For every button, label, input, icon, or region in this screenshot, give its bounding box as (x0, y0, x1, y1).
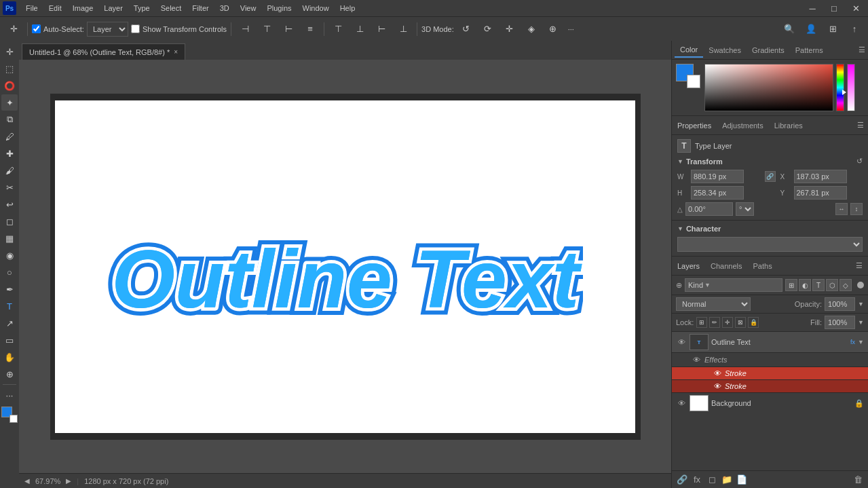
stroke1-visibility[interactable]: 👁 (713, 369, 722, 378)
threed-roll-btn[interactable]: ⟳ (478, 20, 497, 39)
align-center-btn[interactable]: ⊤ (257, 20, 276, 39)
opacity-arrow[interactable]: ▼ (858, 301, 864, 307)
menu-plugins[interactable]: Plugins (261, 3, 297, 14)
character-section-header[interactable]: ▼ Character (677, 225, 863, 233)
x-input[interactable] (794, 170, 847, 183)
healing-tool[interactable]: ✚ (1, 145, 18, 162)
threed-rotate-btn[interactable]: ↺ (457, 20, 476, 39)
hue-slider[interactable] (836, 64, 844, 111)
color-gradient-canvas[interactable] (704, 64, 833, 111)
history-tool[interactable]: ↩ (1, 196, 18, 212)
brush-tool[interactable]: 🖌 (1, 162, 18, 179)
align-h-btn[interactable]: ≡ (301, 20, 320, 39)
new-layer-btn[interactable]: 📄 (736, 474, 748, 486)
prev-arrow[interactable]: ◀ (24, 477, 30, 485)
more-btn[interactable]: ··· (568, 25, 574, 33)
menu-filter[interactable]: Filter (187, 3, 214, 14)
magic-wand-tool[interactable]: ✦ (1, 94, 18, 111)
ps-logo[interactable]: Ps (3, 1, 16, 15)
menu-layer[interactable]: Layer (98, 3, 128, 14)
filter-pixel-btn[interactable]: ⊞ (785, 279, 797, 291)
tab-adjustments[interactable]: Adjustments (717, 119, 769, 132)
search-btn[interactable]: 🔍 (780, 20, 799, 39)
tab-channels[interactable]: Channels (705, 259, 747, 273)
stroke2-visibility[interactable]: 👁 (713, 381, 722, 391)
hand-tool[interactable]: ✋ (1, 349, 18, 365)
tab-close-btn[interactable]: × (174, 48, 178, 56)
filter-smart-btn[interactable]: ◇ (839, 279, 852, 291)
add-link-btn[interactable]: 🔗 (676, 474, 688, 486)
character-dropdown[interactable] (677, 237, 863, 252)
minimize-btn[interactable]: ─ (803, 0, 822, 18)
filter-adjustment-btn[interactable]: ◐ (799, 279, 811, 291)
add-style-btn[interactable]: fx (691, 474, 703, 486)
account-btn[interactable]: 👤 (801, 20, 820, 39)
filter-shape-btn[interactable]: ⬡ (826, 279, 838, 291)
transform-section-header[interactable]: ▼ Transform ↺ (677, 157, 863, 166)
menu-view[interactable]: View (235, 3, 262, 14)
path-tool[interactable]: ↗ (1, 315, 18, 331)
angle-unit-select[interactable]: ° (736, 202, 754, 216)
transform-reset-btn[interactable]: ↺ (856, 157, 863, 166)
dist-bot-btn[interactable]: ⊢ (372, 20, 391, 39)
share-btn[interactable]: ↑ (845, 20, 864, 39)
height-input[interactable] (691, 186, 744, 200)
tab-paths[interactable]: Paths (748, 259, 778, 273)
lock-position-btn[interactable]: ✛ (722, 317, 733, 328)
tab-layers[interactable]: Layers (672, 259, 705, 273)
pen-tool[interactable]: ✒ (1, 281, 18, 297)
menu-edit[interactable]: Edit (43, 3, 67, 14)
filter-kind-select[interactable]: Kind ▼ (685, 278, 782, 292)
flip-v-btn[interactable]: ↕ (850, 203, 863, 215)
lock-pixels-btn[interactable]: ⊞ (696, 317, 707, 328)
gradient-tool[interactable]: ▦ (1, 230, 18, 246)
threed-scale-btn[interactable]: ⊕ (544, 20, 563, 39)
opacity-input[interactable] (825, 297, 855, 311)
eyedropper-tool[interactable]: 🖊 (1, 128, 18, 145)
close-btn[interactable]: ✕ (846, 0, 865, 18)
tab-libraries[interactable]: Libraries (769, 119, 808, 132)
dist-mid-btn[interactable]: ⊥ (350, 20, 369, 39)
next-arrow[interactable]: ▶ (66, 477, 71, 485)
outline-text-layer[interactable]: 👁 T Outline Text fx ▼ (672, 332, 868, 353)
tab-patterns[interactable]: Patterns (790, 43, 829, 57)
lock-all-btn[interactable]: 🔒 (748, 317, 759, 328)
menu-file[interactable]: File (20, 3, 43, 14)
tab-swatches[interactable]: Swatches (703, 43, 747, 57)
properties-menu-btn[interactable]: ☰ (857, 121, 868, 130)
auto-select-dropdown[interactable]: Layer Group (87, 22, 128, 37)
new-group-btn[interactable]: 📁 (721, 474, 733, 486)
dist-top-btn[interactable]: ⊤ (328, 20, 347, 39)
delete-layer-btn[interactable]: 🗑 (852, 474, 864, 486)
more-tools-btn[interactable]: ··· (1, 387, 18, 403)
crop-tool[interactable]: ⧉ (1, 111, 18, 128)
background-color[interactable] (10, 415, 18, 423)
menu-type[interactable]: Type (128, 3, 155, 14)
type-tool[interactable]: T (1, 298, 18, 314)
menu-window[interactable]: Window (297, 3, 335, 14)
menu-3d[interactable]: 3D (214, 3, 235, 14)
dodge-tool[interactable]: ○ (1, 264, 18, 280)
dist-h-btn[interactable]: ⊥ (394, 20, 413, 39)
fill-input[interactable] (825, 316, 855, 329)
add-mask-btn[interactable]: ◻ (706, 474, 718, 486)
bg-visibility-btn[interactable]: 👁 (676, 398, 687, 409)
tab-gradients[interactable]: Gradients (747, 43, 790, 57)
marquee-tool[interactable]: ⬚ (1, 60, 18, 77)
show-transform-checkbox[interactable]: Show Transform Controls (131, 24, 227, 33)
move-tool-btn[interactable]: ✛ (4, 20, 23, 39)
menu-image[interactable]: Image (67, 3, 99, 14)
zoom-tool[interactable]: ⊕ (1, 366, 18, 382)
filter-type-btn[interactable]: T (812, 279, 825, 291)
lock-artboard-btn[interactable]: ⊠ (735, 317, 746, 328)
lock-draw-btn[interactable]: ✏ (709, 317, 720, 328)
clone-tool[interactable]: ✂ (1, 179, 18, 195)
threed-slide-btn[interactable]: ◈ (522, 20, 541, 39)
lasso-tool[interactable]: ⭕ (1, 77, 18, 94)
threed-pan-btn[interactable]: ✛ (500, 20, 519, 39)
tab-properties[interactable]: Properties (672, 119, 717, 132)
color-panel-menu-btn[interactable]: ☰ (858, 45, 865, 54)
white-canvas[interactable]: .outline-font { font-family: 'Arial Roun… (55, 100, 635, 433)
blend-mode-select[interactable]: Normal Multiply Screen (676, 297, 751, 311)
fill-arrow[interactable]: ▼ (858, 319, 864, 326)
